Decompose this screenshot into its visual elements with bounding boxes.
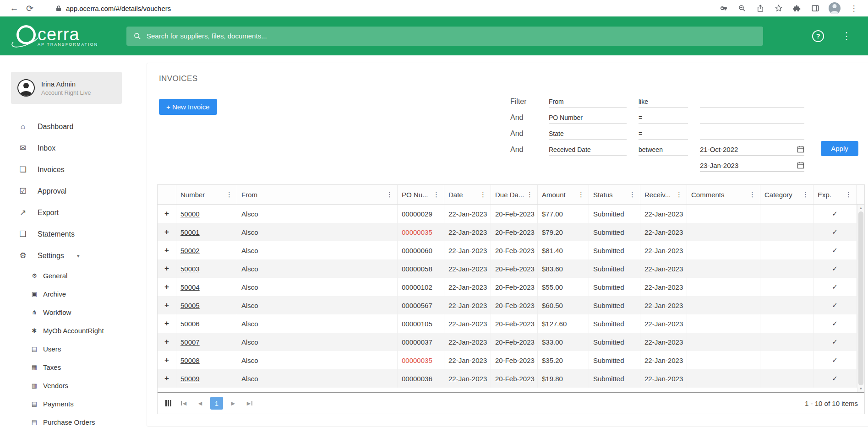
help-icon[interactable]: ? bbox=[812, 30, 824, 42]
invoice-number-link[interactable]: 50008 bbox=[176, 351, 237, 369]
column-menu-icon[interactable]: ⋮ bbox=[431, 190, 440, 199]
expand-row-button[interactable]: + bbox=[158, 333, 176, 351]
filter-field-select[interactable] bbox=[549, 128, 627, 140]
invoice-number-link[interactable]: 50006 bbox=[176, 314, 237, 333]
invoice-number-link[interactable]: 50004 bbox=[176, 278, 237, 296]
share-icon[interactable] bbox=[753, 0, 768, 16]
calendar-icon[interactable] bbox=[797, 146, 804, 153]
user-card[interactable]: Irina Admin Account Right Live bbox=[11, 72, 122, 104]
invoice-number-link[interactable]: 50001 bbox=[176, 223, 237, 241]
invoice-number-link[interactable]: 50009 bbox=[176, 369, 237, 388]
column-header-status[interactable]: Status⋮ bbox=[589, 185, 640, 204]
global-search[interactable] bbox=[126, 27, 763, 46]
sidebar-item-myob-accountright[interactable]: ✱MyOb AccountRight bbox=[0, 321, 133, 340]
filter-value-input[interactable] bbox=[700, 96, 804, 108]
sidebar-item-statements[interactable]: ❑Statements bbox=[0, 223, 133, 245]
browser-profile-avatar[interactable] bbox=[829, 2, 841, 14]
invoice-number-link[interactable]: 50002 bbox=[176, 241, 237, 259]
column-header-po-number[interactable]: PO Nu...⋮ bbox=[398, 185, 444, 204]
sidebar-item-users[interactable]: ▤Users bbox=[0, 340, 133, 358]
bookmark-star-icon[interactable] bbox=[771, 0, 786, 16]
column-header-category[interactable]: Category⋮ bbox=[760, 185, 813, 204]
filter-field-select[interactable] bbox=[549, 96, 627, 108]
column-menu-icon[interactable]: ⋮ bbox=[843, 190, 852, 199]
sidebar-item-payments[interactable]: ▤Payments bbox=[0, 394, 133, 413]
side-panel-icon[interactable] bbox=[808, 0, 823, 16]
vertical-scrollbar[interactable]: ▲ ▼ bbox=[857, 205, 864, 392]
column-header-from[interactable]: From⋮ bbox=[237, 185, 398, 204]
expand-row-button[interactable]: + bbox=[158, 205, 176, 223]
filter-operator-select[interactable] bbox=[639, 128, 688, 140]
next-page-button[interactable]: ▶ bbox=[228, 398, 239, 409]
sidebar-item-export[interactable]: ↗Export bbox=[0, 202, 133, 223]
back-icon[interactable]: ← bbox=[6, 0, 22, 16]
extensions-puzzle-icon[interactable] bbox=[789, 0, 805, 16]
sidebar-item-invoices[interactable]: ❏Invoices bbox=[0, 159, 133, 180]
scrollbar-thumb[interactable] bbox=[858, 211, 863, 385]
reload-icon[interactable]: ⟳ bbox=[22, 0, 38, 16]
column-menu-icon[interactable]: ⋮ bbox=[747, 190, 756, 199]
expand-row-button[interactable]: + bbox=[158, 369, 176, 388]
sidebar-item-archive[interactable]: ▣Archive bbox=[0, 285, 133, 303]
filter-value-input[interactable] bbox=[700, 112, 804, 124]
column-menu-icon[interactable]: ⋮ bbox=[524, 190, 533, 199]
filter-field-select[interactable] bbox=[549, 112, 627, 124]
search-input[interactable] bbox=[147, 32, 756, 40]
column-menu-icon[interactable]: ⋮ bbox=[478, 190, 486, 199]
sidebar-item-taxes[interactable]: ▦Taxes bbox=[0, 358, 133, 376]
address-bar[interactable]: app.ocerra.com/#/details/vouchers bbox=[56, 5, 716, 12]
date-to-input[interactable] bbox=[700, 162, 794, 169]
sidebar-item-purchase-orders[interactable]: ▤Purchase Orders bbox=[0, 413, 133, 431]
date-from-input[interactable] bbox=[700, 146, 794, 153]
filter-operator-select[interactable] bbox=[639, 96, 688, 108]
filter-value-input[interactable] bbox=[700, 128, 804, 140]
last-page-button[interactable]: ▶ bbox=[243, 398, 254, 409]
sidebar-item-workflow[interactable]: ⋔Workflow bbox=[0, 303, 133, 321]
invoice-number-link[interactable]: 50000 bbox=[176, 205, 237, 223]
column-header-date[interactable]: Date⋮ bbox=[444, 185, 491, 204]
key-icon[interactable] bbox=[716, 0, 732, 16]
invoice-number-link[interactable]: 50005 bbox=[176, 296, 237, 314]
expand-row-button[interactable]: + bbox=[158, 351, 176, 369]
expand-row-button[interactable]: + bbox=[158, 278, 176, 296]
expand-row-button[interactable]: + bbox=[158, 314, 176, 333]
invoice-number-link[interactable]: 50007 bbox=[176, 333, 237, 351]
invoice-number-link[interactable]: 50003 bbox=[176, 259, 237, 278]
current-page-button[interactable]: 1 bbox=[210, 397, 223, 410]
expand-row-button[interactable]: + bbox=[158, 259, 176, 278]
browser-menu-dots-icon[interactable]: ⋮ bbox=[846, 0, 862, 16]
filter-operator-select[interactable] bbox=[639, 112, 688, 124]
sidebar-item-vendors[interactable]: ▥Vendors bbox=[0, 376, 133, 394]
column-header-exported[interactable]: Exp.⋮ bbox=[813, 185, 857, 204]
column-header-comments[interactable]: Comments⋮ bbox=[687, 185, 760, 204]
previous-page-button[interactable]: ◀ bbox=[195, 398, 206, 409]
column-header-number[interactable]: Number⋮ bbox=[176, 185, 237, 204]
column-menu-icon[interactable]: ⋮ bbox=[800, 190, 809, 199]
filter-field-select[interactable] bbox=[549, 144, 627, 156]
scroll-down-icon[interactable]: ▼ bbox=[857, 387, 864, 391]
column-header-received[interactable]: Receiv...⋮ bbox=[640, 185, 687, 204]
filter-operator-select[interactable] bbox=[639, 144, 688, 156]
zoom-icon[interactable] bbox=[734, 0, 750, 16]
new-invoice-button[interactable]: + New Invoice bbox=[159, 99, 217, 115]
column-menu-icon[interactable]: ⋮ bbox=[224, 190, 233, 199]
scroll-up-icon[interactable]: ▲ bbox=[857, 206, 864, 210]
column-menu-icon[interactable]: ⋮ bbox=[627, 190, 636, 199]
column-chooser-icon[interactable] bbox=[168, 400, 169, 406]
sidebar-item-settings[interactable]: ⚙Settings▾ bbox=[0, 245, 133, 266]
column-header-due-date[interactable]: Due Da...⋮ bbox=[491, 185, 538, 204]
calendar-icon[interactable] bbox=[797, 162, 804, 169]
sidebar-item-general[interactable]: ⚙General bbox=[0, 266, 133, 285]
column-menu-icon[interactable]: ⋮ bbox=[674, 190, 682, 199]
header-menu-dots-icon[interactable]: ⋮ bbox=[841, 30, 852, 42]
first-page-button[interactable]: ◀ bbox=[179, 398, 190, 409]
expand-row-button[interactable]: + bbox=[158, 241, 176, 259]
column-header-amount[interactable]: Amount⋮ bbox=[538, 185, 589, 204]
sidebar-item-approval[interactable]: ☑Approval bbox=[0, 180, 133, 202]
sidebar-item-dashboard[interactable]: ⌂Dashboard bbox=[0, 116, 133, 137]
column-menu-icon[interactable]: ⋮ bbox=[576, 190, 584, 199]
expand-row-button[interactable]: + bbox=[158, 296, 176, 314]
expand-row-button[interactable]: + bbox=[158, 223, 176, 241]
apply-filter-button[interactable]: Apply bbox=[821, 141, 858, 156]
sidebar-item-inbox[interactable]: ✉Inbox bbox=[0, 137, 133, 159]
